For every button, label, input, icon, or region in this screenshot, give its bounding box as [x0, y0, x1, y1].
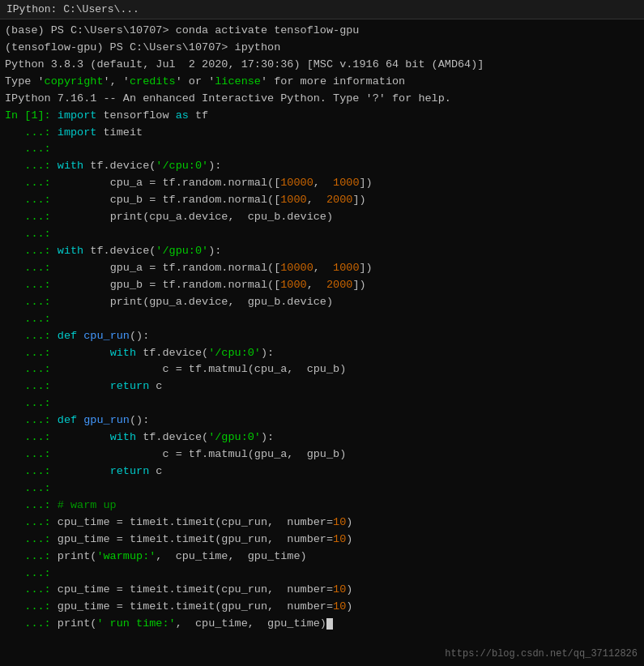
terminal-line: (tensoflow-gpu) PS C:\Users\10707> ipyth… [5, 40, 639, 57]
terminal-line: In [1]: import tensorflow as tf [5, 108, 639, 125]
terminal-line: ...: def gpu_run(): [5, 412, 639, 429]
terminal-line: ...: cpu_time = timeit.timeit(cpu_run, n… [5, 582, 639, 599]
terminal-line: ...: c = tf.matmul(gpu_a, gpu_b) [5, 446, 639, 463]
terminal-line: ...: [5, 480, 639, 497]
terminal-line: ...: [5, 226, 639, 243]
terminal-line: ...: print(' run time:', cpu_time, gpu_t… [5, 616, 639, 633]
terminal-line: (base) PS C:\Users\10707> conda activate… [5, 23, 639, 40]
watermark: https://blog.csdn.net/qq_37112826 [445, 648, 638, 660]
terminal-line: ...: with tf.device('/cpu:0'): [5, 158, 639, 175]
terminal-line: ...: return c [5, 378, 639, 395]
terminal-line: ...: [5, 395, 639, 412]
terminal-line: IPython 7.16.1 -- An enhanced Interactiv… [5, 91, 639, 108]
terminal-line: ...: cpu_time = timeit.timeit(cpu_run, n… [5, 514, 639, 532]
terminal-line: ...: import timeit [5, 125, 639, 142]
terminal-line: Type 'copyright', 'credits' or 'license'… [5, 74, 639, 91]
terminal-line: ...: gpu_b = tf.random.normal([1000, 200… [5, 277, 639, 294]
terminal-line: ...: gpu_time = timeit.timeit(gpu_run, n… [5, 599, 639, 616]
terminal-line: ...: c = tf.matmul(cpu_a, cpu_b) [5, 361, 639, 378]
title-label: IPython: C:\Users\... [6, 3, 139, 15]
terminal-line: ...: # warm up [5, 497, 639, 514]
terminal-line: ...: cpu_b = tf.random.normal([1000, 200… [5, 192, 639, 209]
terminal-line: ...: [5, 566, 639, 583]
cursor [326, 618, 333, 630]
terminal-line: ...: with tf.device('/gpu:0'): [5, 243, 639, 260]
terminal-line: ...: gpu_a = tf.random.normal([10000, 10… [5, 260, 639, 277]
terminal-line: ...: def cpu_run(): [5, 328, 639, 345]
terminal-body[interactable]: (base) PS C:\Users\10707> conda activate… [0, 19, 644, 666]
terminal-line: ...: with tf.device('/gpu:0'): [5, 429, 639, 446]
terminal-line: ...: return c [5, 463, 639, 480]
terminal-line: ...: with tf.device('/cpu:0'): [5, 345, 639, 362]
terminal-line: ...: cpu_a = tf.random.normal([10000, 10… [5, 175, 639, 192]
terminal-line: ...: print(gpu_a.device, gpu_b.device) [5, 294, 639, 311]
terminal-line: ...: [5, 311, 639, 328]
terminal-line: Python 3.8.3 (default, Jul 2 2020, 17:30… [5, 57, 639, 74]
title-bar: IPython: C:\Users\... [0, 0, 644, 19]
terminal-line: ...: [5, 141, 639, 158]
terminal-line: ...: print('warmup:', cpu_time, gpu_time… [5, 549, 639, 566]
terminal-line: ...: gpu_time = timeit.timeit(gpu_run, n… [5, 532, 639, 549]
terminal-line: ...: print(cpu_a.device, cpu_b.device) [5, 209, 639, 226]
